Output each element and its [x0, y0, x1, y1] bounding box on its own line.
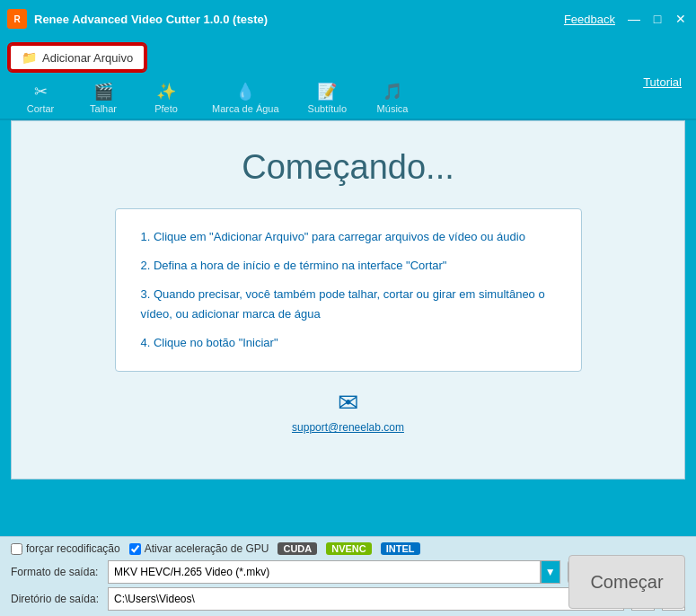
tab-marca-label: Marca de Água: [212, 103, 279, 114]
add-file-button[interactable]: 📁 Adicionar Arquivo: [9, 44, 145, 71]
tab-talhar-label: Talhar: [90, 103, 117, 114]
musica-icon: 🎵: [383, 82, 402, 101]
bottom-bar: forçar recodificação Ativar aceleração d…: [0, 536, 696, 616]
cortar-icon: ✂: [34, 82, 48, 101]
gpu-accel-text: Ativar aceleração de GPU: [145, 542, 269, 555]
tab-marca[interactable]: 💧 Marca de Água: [198, 78, 294, 118]
title-bar: R Renee Advanced Video Cutter 1.0.0 (tes…: [0, 0, 696, 38]
cuda-badge: CUDA: [278, 542, 317, 555]
minimize-button[interactable]: —: [626, 13, 642, 25]
feedback-link[interactable]: Feedback: [564, 13, 615, 26]
format-select-wrapper: MKV HEVC/H.265 Video (*.mkv) ▼: [108, 560, 560, 584]
support-section: ✉ support@reneelab.com: [292, 388, 404, 434]
add-file-label: Adicionar Arquivo: [42, 51, 133, 65]
instruction-3: 3. Quando precisar, você também pode tal…: [141, 285, 556, 324]
support-email-link[interactable]: support@reneelab.com: [292, 421, 404, 434]
force-recode-checkbox[interactable]: [11, 543, 22, 555]
subtitulo-icon: 📝: [317, 82, 337, 101]
format-select[interactable]: MKV HEVC/H.265 Video (*.mkv): [108, 560, 541, 584]
add-file-icon: 📁: [22, 50, 37, 65]
tab-musica[interactable]: 🎵 Música: [361, 78, 424, 118]
tab-musica-label: Música: [377, 103, 409, 114]
nvenc-badge: NVENC: [326, 542, 372, 555]
select-arrow-button[interactable]: ▼: [541, 560, 560, 584]
pfeto-icon: ✨: [156, 82, 176, 101]
instruction-2: 2. Defina a hora de início e de término …: [141, 256, 556, 276]
talhar-icon: 🎬: [93, 82, 113, 101]
tab-subtitulo-label: Subtítulo: [308, 103, 347, 114]
nav-tabs: ✂ Cortar 🎬 Talhar ✨ Pfeto 💧 Marca de Águ…: [0, 77, 696, 120]
tab-subtitulo[interactable]: 📝 Subtítulo: [294, 78, 361, 118]
format-label: Formato de saída:: [11, 566, 101, 578]
start-button[interactable]: Começar: [568, 555, 685, 609]
app-logo: R: [7, 9, 27, 29]
dir-input[interactable]: [108, 587, 624, 611]
tab-cortar-label: Cortar: [27, 103, 55, 114]
instruction-4: 4. Clique no botão "Iniciar": [141, 333, 556, 353]
window-controls: — □ ✕: [626, 13, 689, 25]
force-recode-text: forçar recodificação: [26, 542, 120, 555]
dir-label: Diretório de saída:: [11, 593, 101, 605]
force-recode-label[interactable]: forçar recodificação: [11, 542, 120, 555]
title-bar-right: Feedback — □ ✕: [564, 13, 689, 26]
marca-icon: 💧: [235, 82, 255, 101]
gpu-accel-label[interactable]: Ativar aceleração de GPU: [129, 542, 269, 555]
intel-badge: INTEL: [381, 542, 420, 555]
tab-pfeto-label: Pfeto: [154, 103, 178, 114]
toolbar: 📁 Adicionar Arquivo: [0, 38, 696, 77]
tutorial-link[interactable]: Tutorial: [643, 75, 682, 89]
options-row: forçar recodificação Ativar aceleração d…: [11, 542, 685, 555]
main-content-area: Começando... 1. Clique em "Adicionar Arq…: [11, 120, 685, 480]
instructions-box: 1. Clique em "Adicionar Arquivo" para ca…: [115, 208, 582, 372]
restore-button[interactable]: □: [649, 13, 665, 25]
email-icon: ✉: [338, 388, 358, 418]
tab-cortar[interactable]: ✂ Cortar: [9, 78, 72, 118]
title-bar-left: R Renee Advanced Video Cutter 1.0.0 (tes…: [7, 9, 268, 29]
close-button[interactable]: ✕: [673, 13, 689, 25]
app-title: Renee Advanced Video Cutter 1.0.0 (teste…: [34, 13, 268, 26]
gpu-accel-checkbox[interactable]: [129, 543, 141, 555]
getting-started-title: Começando...: [242, 148, 454, 187]
instruction-1: 1. Clique em "Adicionar Arquivo" para ca…: [141, 227, 556, 247]
tab-pfeto[interactable]: ✨ Pfeto: [135, 78, 198, 118]
tab-talhar[interactable]: 🎬 Talhar: [72, 78, 135, 118]
